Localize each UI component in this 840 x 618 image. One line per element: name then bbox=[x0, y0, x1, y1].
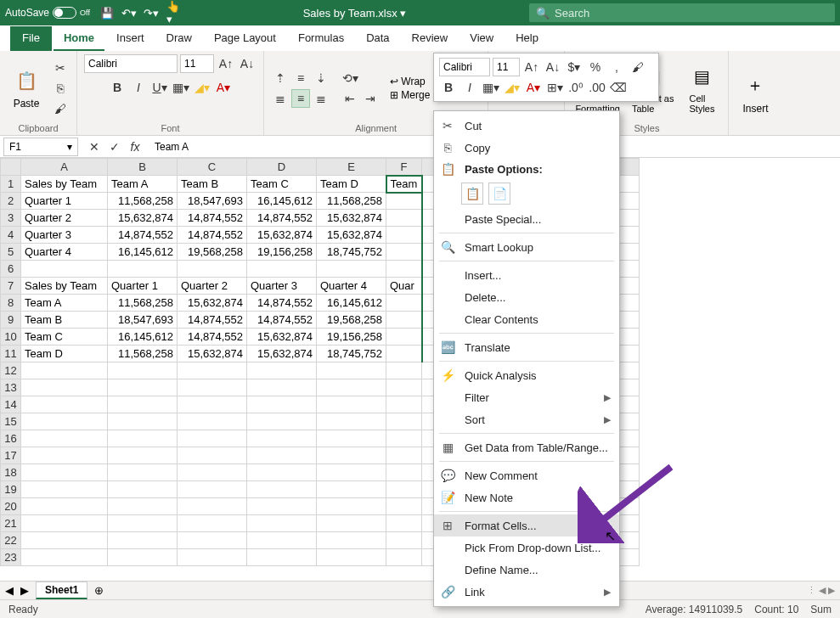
cell[interactable] bbox=[386, 210, 422, 227]
font-color-button[interactable]: A▾ bbox=[214, 78, 233, 97]
cell[interactable]: Team B bbox=[178, 176, 247, 193]
ctx-insert[interactable]: Insert... bbox=[434, 264, 619, 286]
cell[interactable] bbox=[108, 549, 178, 566]
col-header[interactable]: E bbox=[317, 159, 386, 176]
bold-button[interactable]: B bbox=[108, 78, 127, 97]
cell[interactable] bbox=[386, 447, 422, 464]
tab-view[interactable]: View bbox=[459, 26, 504, 51]
cell[interactable] bbox=[386, 261, 422, 278]
cell[interactable]: Quarter 4 bbox=[317, 278, 386, 295]
fx-icon[interactable]: fx bbox=[126, 138, 144, 156]
mini-fill-color-button[interactable]: ◢▾ bbox=[503, 78, 521, 97]
cell[interactable] bbox=[386, 413, 422, 430]
paste-button[interactable]: 📋 Paste bbox=[7, 65, 46, 111]
increase-font-icon[interactable]: A↑ bbox=[217, 54, 235, 73]
cell[interactable] bbox=[178, 430, 247, 447]
row-header[interactable]: 7 bbox=[1, 278, 21, 295]
cell[interactable] bbox=[247, 498, 317, 515]
mini-border-button[interactable]: ▦▾ bbox=[482, 78, 500, 97]
cell[interactable]: 14,874,552 bbox=[247, 295, 317, 312]
cell[interactable]: Quarter 2 bbox=[21, 210, 108, 227]
mini-dec-decimal-icon[interactable]: .0⁰ bbox=[567, 78, 585, 97]
cell[interactable] bbox=[247, 481, 317, 498]
ctx-get-data[interactable]: ▦Get Data from Table/Range... bbox=[434, 436, 619, 458]
mini-inc-decimal-icon[interactable]: .00 bbox=[588, 78, 606, 97]
cell[interactable] bbox=[317, 464, 386, 481]
cell[interactable] bbox=[108, 498, 178, 515]
mini-italic-button[interactable]: I bbox=[460, 78, 479, 97]
row-header[interactable]: 23 bbox=[1, 549, 21, 566]
filename[interactable]: Sales by Team.xlsx ▾ bbox=[180, 7, 529, 20]
cell[interactable]: 16,145,612 bbox=[108, 329, 178, 346]
fill-color-button[interactable]: ◢▾ bbox=[193, 78, 211, 97]
cell[interactable] bbox=[317, 379, 386, 396]
cell[interactable]: 16,145,612 bbox=[247, 193, 317, 210]
cell[interactable] bbox=[178, 447, 247, 464]
cell-styles-button[interactable]: ▤Cell Styles bbox=[682, 61, 721, 115]
ctx-pick-list[interactable]: Pick From Drop-down List... bbox=[434, 537, 619, 559]
tab-review[interactable]: Review bbox=[402, 26, 459, 51]
ctx-smart-lookup[interactable]: 🔍Smart Lookup bbox=[434, 236, 619, 258]
cell[interactable] bbox=[317, 515, 386, 532]
cell[interactable]: 15,632,874 bbox=[317, 227, 386, 244]
cell[interactable] bbox=[178, 413, 247, 430]
cell[interactable]: Sales by Team bbox=[21, 278, 108, 295]
cell[interactable] bbox=[247, 532, 317, 549]
cell[interactable] bbox=[108, 481, 178, 498]
cell[interactable]: 11,568,258 bbox=[108, 295, 178, 312]
cell[interactable] bbox=[108, 413, 178, 430]
cell[interactable]: 14,874,552 bbox=[178, 227, 247, 244]
mini-percent-icon[interactable]: % bbox=[586, 58, 605, 76]
mini-increase-font-icon[interactable]: A↑ bbox=[522, 58, 541, 76]
cell[interactable] bbox=[21, 515, 108, 532]
cell[interactable] bbox=[386, 227, 422, 244]
cell[interactable]: 14,874,552 bbox=[178, 210, 247, 227]
row-header[interactable]: 4 bbox=[1, 227, 21, 244]
cell[interactable] bbox=[386, 244, 422, 261]
cell[interactable] bbox=[386, 532, 422, 549]
ctx-sort[interactable]: Sort▶ bbox=[434, 408, 619, 430]
cell[interactable] bbox=[21, 532, 108, 549]
tab-home[interactable]: Home bbox=[54, 26, 104, 51]
cell[interactable]: 14,874,552 bbox=[178, 312, 247, 329]
cell[interactable] bbox=[247, 549, 317, 566]
cell[interactable] bbox=[386, 464, 422, 481]
border-button[interactable]: ▦▾ bbox=[172, 78, 190, 97]
cell[interactable] bbox=[317, 362, 386, 379]
row-header[interactable]: 2 bbox=[1, 193, 21, 210]
cell[interactable] bbox=[386, 295, 422, 312]
row-header[interactable]: 12 bbox=[1, 362, 21, 379]
decrease-indent-icon[interactable]: ⇤ bbox=[341, 89, 359, 108]
mini-decrease-font-icon[interactable]: A↓ bbox=[544, 58, 562, 76]
row-header[interactable]: 1 bbox=[1, 176, 21, 193]
toggle-switch[interactable] bbox=[53, 7, 76, 19]
mini-comma-icon[interactable]: , bbox=[607, 58, 626, 76]
row-header[interactable]: 10 bbox=[1, 329, 21, 346]
cell[interactable] bbox=[21, 362, 108, 379]
row-header[interactable]: 15 bbox=[1, 413, 21, 430]
cell[interactable]: 15,632,874 bbox=[247, 346, 317, 362]
cell[interactable]: Team D bbox=[317, 176, 386, 193]
copy-icon[interactable]: ⎘ bbox=[51, 79, 70, 98]
cell[interactable]: 16,145,612 bbox=[108, 244, 178, 261]
cell-active[interactable]: Team bbox=[386, 176, 422, 193]
autosave-toggle[interactable]: AutoSave Off bbox=[5, 7, 90, 19]
cell[interactable] bbox=[386, 193, 422, 210]
cell[interactable] bbox=[21, 549, 108, 566]
mini-border2-button[interactable]: ⊞▾ bbox=[545, 78, 564, 97]
cell[interactable] bbox=[386, 312, 422, 329]
col-header[interactable]: A bbox=[21, 159, 108, 176]
cell[interactable] bbox=[178, 498, 247, 515]
row-header[interactable]: 14 bbox=[1, 396, 21, 413]
cut-icon[interactable]: ✂ bbox=[51, 59, 70, 77]
cell[interactable] bbox=[108, 396, 178, 413]
ctx-paste-special[interactable]: Paste Special... bbox=[434, 208, 619, 230]
nav-prev-icon[interactable]: ◀ bbox=[5, 584, 14, 597]
mini-bold-button[interactable]: B bbox=[439, 78, 458, 97]
cell[interactable] bbox=[178, 379, 247, 396]
new-sheet-icon[interactable]: ⊕ bbox=[94, 584, 104, 597]
cell[interactable] bbox=[178, 532, 247, 549]
cell[interactable] bbox=[108, 379, 178, 396]
row-header[interactable]: 13 bbox=[1, 379, 21, 396]
paste-keep-source-icon[interactable]: 📋 bbox=[461, 183, 483, 205]
